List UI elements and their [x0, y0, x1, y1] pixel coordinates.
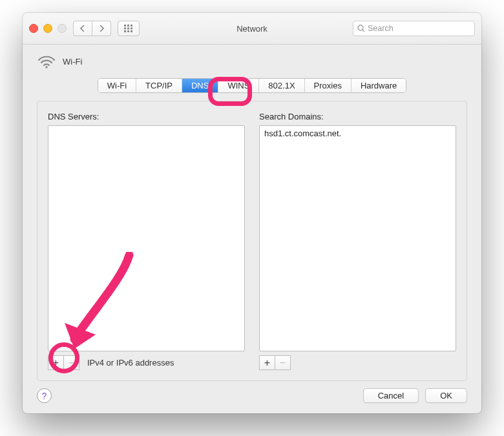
- search-domains-list[interactable]: hsd1.ct.comcast.net.: [259, 125, 456, 351]
- tab-wins[interactable]: WINS: [218, 79, 259, 92]
- add-search-domain-button[interactable]: +: [259, 355, 275, 370]
- search-field[interactable]: Search: [353, 21, 475, 36]
- sheet-footer: ? Cancel OK: [23, 380, 481, 413]
- svg-rect-7: [127, 30, 129, 32]
- content-area: Wi-Fi Wi-FiTCP/IPDNSWINS802.1XProxiesHar…: [23, 45, 481, 381]
- interface-name: Wi-Fi: [63, 57, 82, 67]
- grid-icon: [124, 25, 133, 32]
- tab-wi-fi[interactable]: Wi-Fi: [98, 79, 136, 92]
- tab-proxies[interactable]: Proxies: [305, 79, 352, 92]
- svg-line-10: [362, 30, 364, 32]
- dns-servers-list[interactable]: [48, 125, 245, 351]
- tab-bar: Wi-FiTCP/IPDNSWINS802.1XProxiesHardware: [23, 78, 481, 93]
- tab-tcp-ip[interactable]: TCP/IP: [136, 79, 182, 92]
- add-dns-server-button[interactable]: +: [48, 355, 64, 370]
- tab-pane-dns: DNS Servers: + − IPv4 or IPv6 addresses …: [37, 101, 467, 381]
- tab-dns[interactable]: DNS: [182, 79, 218, 92]
- interface-header: Wi-Fi: [23, 54, 481, 74]
- svg-rect-1: [127, 25, 129, 26]
- cancel-button[interactable]: Cancel: [363, 388, 419, 403]
- search-placeholder: Search: [368, 24, 394, 33]
- svg-rect-6: [124, 30, 126, 32]
- show-all-button[interactable]: [118, 21, 140, 36]
- search-domains-column: Search Domains: hsd1.ct.comcast.net. + −: [259, 112, 456, 370]
- list-item[interactable]: hsd1.ct.comcast.net.: [260, 126, 456, 141]
- search-domains-heading: Search Domains:: [259, 112, 456, 121]
- back-button[interactable]: [73, 21, 92, 36]
- tab-802-1x[interactable]: 802.1X: [259, 79, 304, 92]
- svg-point-9: [358, 25, 363, 30]
- dns-servers-column: DNS Servers: + − IPv4 or IPv6 addresses: [48, 112, 245, 370]
- search-icon: [357, 25, 365, 32]
- svg-point-11: [45, 66, 47, 68]
- wifi-icon: [37, 54, 56, 69]
- chevron-right-icon: [99, 25, 104, 32]
- minimize-window-button[interactable]: [43, 24, 52, 33]
- close-window-button[interactable]: [29, 24, 38, 33]
- forward-button[interactable]: [92, 21, 111, 36]
- svg-rect-8: [131, 30, 132, 32]
- svg-rect-3: [124, 28, 126, 30]
- chevron-left-icon: [80, 25, 85, 32]
- svg-rect-2: [131, 25, 132, 26]
- dns-servers-heading: DNS Servers:: [48, 112, 245, 121]
- window-toolbar: Network Search: [23, 13, 481, 45]
- remove-dns-server-button: −: [64, 355, 79, 370]
- help-button[interactable]: ?: [37, 388, 52, 403]
- network-preferences-window: Network Search Wi-Fi Wi-FiTCP/IPDNSWINS8…: [23, 13, 481, 413]
- traffic-lights: [29, 24, 67, 33]
- svg-rect-5: [131, 28, 132, 30]
- svg-rect-4: [127, 28, 129, 30]
- tab-hardware[interactable]: Hardware: [352, 79, 406, 92]
- svg-rect-0: [124, 25, 126, 26]
- dns-servers-hint: IPv4 or IPv6 addresses: [87, 358, 174, 368]
- ok-button[interactable]: OK: [425, 388, 467, 403]
- remove-search-domain-button: −: [275, 355, 291, 370]
- back-forward-group: [73, 21, 111, 36]
- zoom-window-button: [58, 24, 67, 33]
